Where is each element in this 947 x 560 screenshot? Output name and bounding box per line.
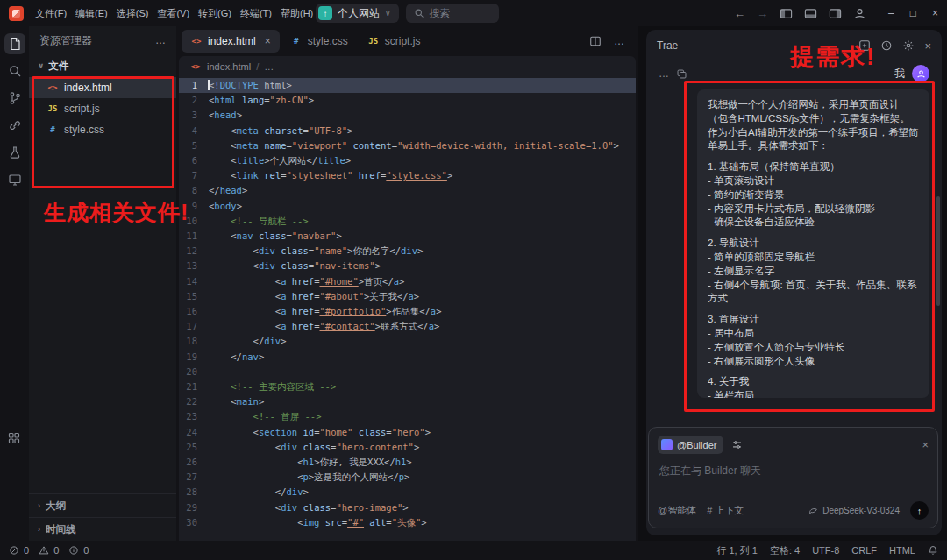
- forward-icon[interactable]: →: [757, 7, 768, 20]
- code-line[interactable]: 1<!DOCTYPE html>: [179, 78, 636, 93]
- code-line[interactable]: 27 <p>这是我的个人网站</p>: [179, 470, 636, 485]
- history-icon[interactable]: [880, 39, 893, 52]
- new-chat-icon[interactable]: [858, 39, 871, 52]
- settings-gear-icon[interactable]: [902, 39, 915, 52]
- model-selector[interactable]: DeepSeek-V3-0324: [808, 506, 900, 515]
- code-line[interactable]: 13 <div class="nav-items">: [179, 259, 636, 273]
- code-line[interactable]: 30 <img src="#" alt="头像">: [179, 515, 636, 530]
- encoding-setting[interactable]: UTF-8: [812, 545, 839, 556]
- close-panel-icon[interactable]: ×: [924, 39, 931, 53]
- code-line[interactable]: 17 <a href="#contact">联系方式</a>: [179, 319, 636, 334]
- code-line[interactable]: 21 <!-- 主要内容区域 -->: [179, 379, 636, 394]
- menu-item[interactable]: 文件(F): [31, 0, 71, 26]
- layout-panel-icon[interactable]: [804, 7, 817, 20]
- tab-style-css[interactable]: #style.css: [281, 30, 357, 53]
- code-line[interactable]: 18 </div>: [179, 334, 636, 349]
- file-item[interactable]: #style.css: [29, 119, 176, 140]
- files-section-header[interactable]: ∨ 文件: [29, 54, 176, 77]
- project-selector[interactable]: ↑ 个人网站 ∨: [316, 4, 399, 23]
- layout-sidebar-right-icon[interactable]: [829, 7, 842, 20]
- menu-item[interactable]: 帮助(H): [276, 0, 317, 26]
- layout-sidebar-left-icon[interactable]: [780, 7, 793, 20]
- close-button[interactable]: ×: [932, 7, 938, 19]
- code-line[interactable]: 14 <a href="#home">首页</a>: [179, 274, 636, 289]
- code-line[interactable]: 20: [179, 365, 636, 379]
- message-more-icon[interactable]: …: [659, 67, 669, 80]
- breadcrumb[interactable]: <> index.html / …: [179, 56, 636, 77]
- code-line[interactable]: 12 <div class="name">你的名字</div>: [179, 244, 636, 259]
- code-line[interactable]: 15 <a href="#about">关于我</a>: [179, 289, 636, 304]
- user-avatar[interactable]: [912, 65, 929, 82]
- link-icon[interactable]: [4, 115, 25, 136]
- chat-input[interactable]: @Builder × 您正在与 Builder 聊天 @智能体 # 上下文 De…: [648, 427, 938, 528]
- code-line[interactable]: 24 <section id="home" class="hero">: [179, 425, 636, 440]
- input-placeholder[interactable]: 您正在与 Builder 聊天: [659, 464, 927, 478]
- code-line[interactable]: 11 <nav class="navbar">: [179, 229, 636, 244]
- code-line[interactable]: 16 <a href="#portfolio">作品集</a>: [179, 304, 636, 319]
- eol-setting[interactable]: CRLF: [851, 545, 877, 556]
- code-line[interactable]: 8</head>: [179, 183, 636, 198]
- remove-chip-icon[interactable]: ×: [922, 438, 929, 451]
- beaker-icon[interactable]: [4, 142, 25, 163]
- menu-item[interactable]: 选择(S): [112, 0, 153, 26]
- breadcrumb-segment[interactable]: …: [264, 61, 274, 72]
- copy-icon[interactable]: [676, 68, 687, 80]
- line-number: 9: [179, 199, 209, 214]
- menu-item[interactable]: 编辑(E): [71, 0, 112, 26]
- code-line[interactable]: 23 <!-- 首屏 -->: [179, 409, 636, 424]
- breadcrumb-segment[interactable]: index.html: [207, 61, 251, 72]
- code-line[interactable]: 7 <link rel="stylesheet" href="style.css…: [179, 168, 636, 183]
- code-editor[interactable]: 1<!DOCTYPE html>2<html lang="zh-CN">3<he…: [179, 77, 636, 541]
- menu-item[interactable]: 查看(V): [153, 0, 194, 26]
- outline-section[interactable]: › 大纲: [29, 493, 176, 517]
- code-line[interactable]: 26 <h1>你好, 我是XXX</h1>: [179, 455, 636, 470]
- menu-item[interactable]: 转到(G): [194, 0, 236, 26]
- builder-chip[interactable]: @Builder: [658, 436, 723, 454]
- agent-action[interactable]: @智能体: [658, 504, 696, 517]
- indent-setting[interactable]: 空格: 4: [770, 544, 800, 557]
- code-line[interactable]: 19 </nav>: [179, 350, 636, 365]
- timeline-label: 时间线: [46, 523, 76, 536]
- search-icon[interactable]: [4, 60, 25, 82]
- code-line[interactable]: 3<head>: [179, 108, 636, 123]
- tab-index-html[interactable]: <>index.html×: [182, 30, 280, 53]
- tab-script-js[interactable]: JSscript.js: [359, 30, 430, 53]
- timeline-section[interactable]: › 时间线: [29, 517, 176, 541]
- send-button[interactable]: ↑: [910, 501, 929, 520]
- more-actions-icon[interactable]: …: [155, 34, 166, 46]
- apps-grid-icon[interactable]: [4, 428, 25, 449]
- explorer-icon[interactable]: [4, 33, 25, 54]
- notifications-bell-icon[interactable]: [928, 545, 938, 556]
- account-icon[interactable]: [853, 7, 866, 20]
- code-line[interactable]: 29 <div class="hero-image">: [179, 500, 636, 515]
- language-mode[interactable]: HTML: [889, 545, 915, 556]
- remote-monitor-icon[interactable]: [4, 169, 25, 190]
- code-line[interactable]: 22 <main>: [179, 394, 636, 409]
- context-action[interactable]: # 上下文: [707, 504, 744, 517]
- code-line[interactable]: 9<body>: [179, 199, 636, 214]
- problems-indicator[interactable]: 0 0 0: [9, 545, 94, 556]
- file-item[interactable]: JSscript.js: [29, 98, 176, 119]
- source-control-icon[interactable]: [4, 88, 25, 109]
- cursor-position[interactable]: 行 1, 列 1: [716, 544, 757, 557]
- maximize-button[interactable]: □: [910, 7, 916, 19]
- menu-item[interactable]: 终端(T): [236, 0, 276, 26]
- code-line[interactable]: 5 <meta name="viewport" content="width=d…: [179, 138, 636, 153]
- tools-icon[interactable]: [731, 439, 743, 450]
- editor-more-icon[interactable]: …: [614, 35, 624, 47]
- close-tab-icon[interactable]: ×: [265, 35, 271, 47]
- file-item[interactable]: <>index.html: [29, 77, 176, 98]
- back-icon[interactable]: ←: [734, 7, 745, 20]
- line-number: 3: [179, 108, 209, 123]
- minimize-button[interactable]: –: [888, 7, 894, 19]
- code-line[interactable]: 2<html lang="zh-CN">: [179, 93, 636, 108]
- split-editor-icon[interactable]: [589, 35, 602, 47]
- code-line[interactable]: 6 <title>个人网站</title>: [179, 153, 636, 168]
- search-box[interactable]: 搜索: [406, 4, 499, 23]
- code-line[interactable]: 25 <div class="hero-content">: [179, 440, 636, 455]
- scrollbar-thumb[interactable]: [936, 196, 940, 306]
- code-line[interactable]: 10 <!-- 导航栏 -->: [179, 214, 636, 229]
- code-line[interactable]: 28 </div>: [179, 485, 636, 500]
- code-line[interactable]: 4 <meta charset="UTF-8">: [179, 124, 636, 138]
- app-logo-icon[interactable]: [9, 6, 24, 21]
